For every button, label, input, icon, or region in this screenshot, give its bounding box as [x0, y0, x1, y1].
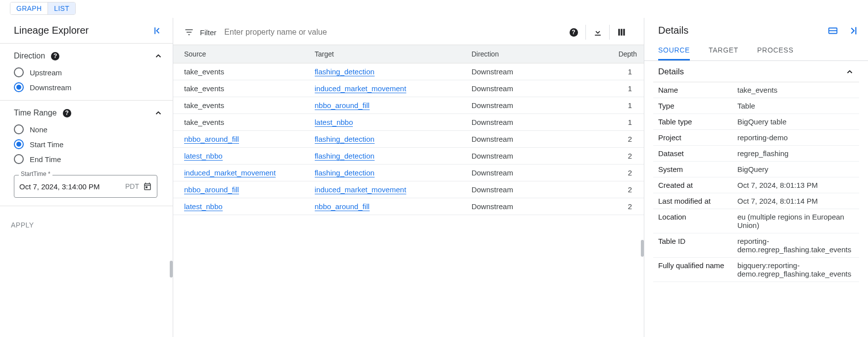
- detail-key: Created at: [658, 181, 737, 189]
- lineage-explorer-title: Lineage Explorer: [14, 25, 89, 36]
- details-panel: Details SOURCE TARGET PROCESS Detail: [644, 18, 868, 337]
- scrollbar-thumb[interactable]: [641, 240, 644, 257]
- columns-icon[interactable]: [609, 25, 633, 40]
- time-range-header[interactable]: Time Range ?: [0, 101, 173, 124]
- direction-cell: Downstream: [465, 63, 588, 80]
- calendar-icon[interactable]: [143, 182, 152, 191]
- source-link[interactable]: nbbo_around_fill: [184, 185, 239, 194]
- scrollbar-thumb[interactable]: [170, 261, 173, 278]
- chevron-up-icon: [154, 52, 163, 60]
- start-time-label: Start Time: [30, 140, 63, 149]
- target-link[interactable]: flashing_detection: [315, 67, 375, 76]
- detail-value: Table: [737, 102, 755, 110]
- source-link[interactable]: latest_nbbo: [184, 152, 223, 161]
- help-icon[interactable]: ?: [562, 25, 585, 40]
- detail-key: Type: [658, 102, 737, 110]
- collapse-left-icon[interactable]: [153, 26, 163, 36]
- radio-unchecked-icon: [14, 154, 24, 164]
- tab-target[interactable]: TARGET: [709, 41, 738, 60]
- source-link[interactable]: nbbo_around_fill: [184, 135, 239, 144]
- source-link[interactable]: latest_nbbo: [184, 202, 223, 211]
- detail-value: bigquery:reporting-demo.regrep_flashing.…: [737, 261, 854, 278]
- target-link[interactable]: induced_market_movement: [315, 84, 406, 93]
- downstream-label: Downstream: [30, 83, 71, 92]
- target-link[interactable]: nbbo_around_fill: [315, 101, 370, 110]
- detail-value: regrep_flashing: [737, 149, 788, 158]
- direction-cell: Downstream: [465, 148, 588, 165]
- help-icon[interactable]: ?: [63, 109, 71, 117]
- detail-value: reporting-demo: [737, 133, 788, 142]
- none-radio[interactable]: None: [14, 124, 163, 134]
- detail-key: Name: [658, 86, 737, 94]
- detail-row: SystemBigQuery: [653, 162, 859, 177]
- direction-cell: Downstream: [465, 131, 588, 148]
- help-icon[interactable]: ?: [51, 52, 59, 60]
- target-link[interactable]: flashing_detection: [315, 168, 375, 177]
- detail-key: System: [658, 165, 737, 173]
- detail-key: Last modified at: [658, 197, 737, 205]
- collapse-right-icon[interactable]: [847, 25, 858, 36]
- start-time-value: Oct 7, 2024, 3:14:00 PM: [19, 182, 121, 191]
- filter-input[interactable]: [222, 26, 556, 39]
- source-text: take_events: [184, 101, 224, 110]
- detail-row: Table typeBigQuery table: [653, 114, 859, 130]
- direction-cell: Downstream: [465, 97, 588, 114]
- graph-toggle[interactable]: GRAPH: [10, 2, 48, 14]
- depth-cell: 2: [588, 148, 644, 165]
- direction-section: Direction ? Upstream Downstream: [0, 44, 173, 101]
- col-direction[interactable]: Direction: [465, 45, 588, 63]
- source-link[interactable]: induced_market_movement: [184, 168, 276, 177]
- detail-key: Project: [658, 133, 737, 142]
- target-link[interactable]: flashing_detection: [315, 135, 375, 144]
- downstream-radio[interactable]: Downstream: [14, 82, 163, 92]
- details-tabs: SOURCE TARGET PROCESS: [644, 41, 868, 61]
- start-time-tz: PDT: [125, 182, 139, 190]
- end-time-radio[interactable]: End Time: [14, 154, 163, 164]
- direction-cell: Downstream: [465, 165, 588, 181]
- apply-button[interactable]: APPLY: [7, 217, 38, 233]
- depth-cell: 2: [588, 131, 644, 148]
- target-link[interactable]: flashing_detection: [315, 152, 375, 161]
- target-link[interactable]: induced_market_movement: [315, 185, 406, 194]
- direction-heading: Direction: [14, 52, 45, 60]
- start-time-radio[interactable]: Start Time: [14, 139, 163, 149]
- detail-value: eu (multiple regions in European Union): [737, 213, 854, 229]
- start-time-field[interactable]: StartTime * Oct 7, 2024, 3:14:00 PM PDT: [14, 175, 157, 198]
- table-row: latest_nbbonbbo_around_fillDownstream2: [173, 198, 644, 215]
- target-link[interactable]: latest_nbbo: [315, 118, 353, 127]
- detail-key: Fully qualified name: [658, 261, 737, 278]
- chevron-up-icon: [845, 67, 854, 76]
- detail-value: BigQuery table: [737, 117, 786, 126]
- lineage-table: Source Target Direction Depth take_event…: [173, 45, 644, 215]
- table-row: take_eventslatest_nbboDownstream1: [173, 114, 644, 131]
- detail-value: BigQuery: [737, 165, 769, 173]
- upstream-radio[interactable]: Upstream: [14, 67, 163, 77]
- depth-cell: 2: [588, 198, 644, 215]
- tab-source[interactable]: SOURCE: [658, 41, 690, 60]
- details-title: Details: [658, 25, 688, 36]
- tab-process[interactable]: PROCESS: [757, 41, 793, 60]
- end-time-label: End Time: [30, 155, 61, 164]
- table-row: nbbo_around_fillflashing_detectionDownst…: [173, 131, 644, 148]
- details-section-title: Details: [658, 67, 684, 77]
- direction-header[interactable]: Direction ?: [0, 44, 173, 67]
- table-row: latest_nbboflashing_detectionDownstream2: [173, 148, 644, 165]
- lineage-table-panel: Filter ? Source Target Direction: [173, 18, 644, 337]
- download-icon[interactable]: [585, 25, 609, 40]
- view-toggle: GRAPH LIST: [10, 2, 76, 15]
- depth-cell: 1: [588, 63, 644, 80]
- details-section-header[interactable]: Details: [653, 61, 859, 82]
- detail-row: Datasetregrep_flashing: [653, 146, 859, 162]
- detail-row: Table IDreporting-demo.regrep_flashing.t…: [653, 233, 859, 258]
- direction-cell: Downstream: [465, 114, 588, 131]
- detail-row: TypeTable: [653, 98, 859, 114]
- col-depth[interactable]: Depth: [588, 45, 644, 63]
- list-toggle[interactable]: LIST: [48, 2, 75, 14]
- col-source[interactable]: Source: [173, 45, 308, 63]
- detail-key: Location: [658, 213, 737, 229]
- panel-layout-icon[interactable]: [827, 25, 838, 36]
- col-target[interactable]: Target: [308, 45, 465, 63]
- target-link[interactable]: nbbo_around_fill: [315, 202, 370, 211]
- depth-cell: 2: [588, 165, 644, 181]
- upstream-label: Upstream: [30, 68, 62, 77]
